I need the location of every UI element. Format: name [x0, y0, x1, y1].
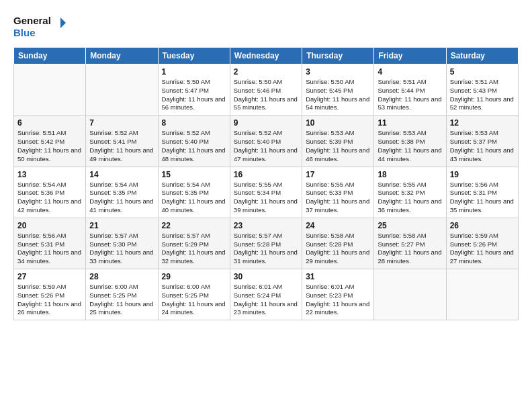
calendar-table: SundayMondayTuesdayWednesdayThursdayFrid… — [13, 47, 519, 320]
calendar-week-row: 1Sunrise: 5:50 AM Sunset: 5:47 PM Daylig… — [14, 64, 519, 116]
day-info: Sunrise: 5:55 AM Sunset: 5:33 PM Dayligh… — [306, 181, 370, 215]
day-info: Sunrise: 5:50 AM Sunset: 5:46 PM Dayligh… — [234, 78, 298, 112]
calendar-cell: 5Sunrise: 5:51 AM Sunset: 5:43 PM Daylig… — [446, 64, 518, 116]
day-info: Sunrise: 5:57 AM Sunset: 5:30 PM Dayligh… — [89, 232, 154, 266]
day-number: 4 — [378, 67, 442, 77]
day-info: Sunrise: 5:53 AM Sunset: 5:37 PM Dayligh… — [450, 129, 515, 163]
logo-icon: General Blue — [13, 11, 67, 40]
day-number: 24 — [306, 221, 370, 230]
day-number: 9 — [234, 118, 298, 128]
header: General Blue — [13, 11, 519, 40]
day-number: 11 — [378, 118, 442, 128]
day-info: Sunrise: 5:51 AM Sunset: 5:44 PM Dayligh… — [378, 78, 442, 112]
calendar-cell: 15Sunrise: 5:54 AM Sunset: 5:35 PM Dayli… — [158, 167, 230, 218]
day-number: 14 — [89, 170, 154, 179]
calendar-cell — [14, 64, 86, 116]
page: General Blue SundayMondayTuesdayWednesda… — [0, 0, 532, 411]
day-info: Sunrise: 5:53 AM Sunset: 5:39 PM Dayligh… — [306, 129, 370, 163]
calendar-cell: 16Sunrise: 5:55 AM Sunset: 5:34 PM Dayli… — [230, 167, 302, 218]
day-info: Sunrise: 5:57 AM Sunset: 5:29 PM Dayligh… — [162, 232, 226, 266]
day-info: Sunrise: 5:57 AM Sunset: 5:28 PM Dayligh… — [234, 232, 298, 266]
day-number: 1 — [162, 67, 226, 77]
day-number: 17 — [306, 170, 370, 179]
day-number: 10 — [306, 118, 370, 128]
calendar-week-row: 27Sunrise: 5:59 AM Sunset: 5:26 PM Dayli… — [14, 269, 519, 320]
day-info: Sunrise: 5:52 AM Sunset: 5:40 PM Dayligh… — [162, 129, 226, 163]
calendar-cell: 8Sunrise: 5:52 AM Sunset: 5:40 PM Daylig… — [158, 116, 230, 167]
day-info: Sunrise: 6:00 AM Sunset: 5:25 PM Dayligh… — [89, 283, 154, 317]
calendar-cell: 17Sunrise: 5:55 AM Sunset: 5:33 PM Dayli… — [302, 167, 374, 218]
calendar-cell: 25Sunrise: 5:58 AM Sunset: 5:27 PM Dayli… — [374, 218, 446, 269]
day-info: Sunrise: 5:58 AM Sunset: 5:27 PM Dayligh… — [378, 232, 442, 266]
svg-text:General: General — [13, 15, 51, 26]
day-number: 16 — [234, 170, 298, 179]
calendar-cell: 1Sunrise: 5:50 AM Sunset: 5:47 PM Daylig… — [158, 64, 230, 116]
calendar-cell: 19Sunrise: 5:56 AM Sunset: 5:31 PM Dayli… — [446, 167, 518, 218]
day-number: 31 — [306, 272, 370, 281]
day-number: 25 — [378, 221, 442, 230]
calendar-cell: 14Sunrise: 5:54 AM Sunset: 5:35 PM Dayli… — [86, 167, 158, 218]
day-number: 5 — [450, 67, 515, 77]
calendar-cell: 23Sunrise: 5:57 AM Sunset: 5:28 PM Dayli… — [230, 218, 302, 269]
calendar-cell: 3Sunrise: 5:50 AM Sunset: 5:45 PM Daylig… — [302, 64, 374, 116]
day-number: 2 — [234, 67, 298, 77]
calendar-cell: 2Sunrise: 5:50 AM Sunset: 5:46 PM Daylig… — [230, 64, 302, 116]
weekday-header-friday: Friday — [374, 48, 446, 64]
calendar-cell: 18Sunrise: 5:55 AM Sunset: 5:32 PM Dayli… — [374, 167, 446, 218]
calendar-cell: 9Sunrise: 5:52 AM Sunset: 5:40 PM Daylig… — [230, 116, 302, 167]
day-number: 6 — [17, 118, 82, 128]
weekday-header-sunday: Sunday — [14, 48, 86, 64]
calendar-cell: 31Sunrise: 6:01 AM Sunset: 5:23 PM Dayli… — [302, 269, 374, 320]
day-info: Sunrise: 5:55 AM Sunset: 5:32 PM Dayligh… — [378, 181, 442, 215]
calendar-cell — [446, 269, 518, 320]
day-info: Sunrise: 5:59 AM Sunset: 5:26 PM Dayligh… — [17, 283, 82, 317]
calendar-cell: 29Sunrise: 6:00 AM Sunset: 5:25 PM Dayli… — [158, 269, 230, 320]
calendar-week-row: 13Sunrise: 5:54 AM Sunset: 5:36 PM Dayli… — [14, 167, 519, 218]
day-info: Sunrise: 5:50 AM Sunset: 5:45 PM Dayligh… — [306, 78, 370, 112]
day-info: Sunrise: 5:50 AM Sunset: 5:47 PM Dayligh… — [162, 78, 226, 112]
weekday-header-monday: Monday — [86, 48, 158, 64]
day-info: Sunrise: 5:56 AM Sunset: 5:31 PM Dayligh… — [17, 232, 82, 266]
calendar-week-row: 6Sunrise: 5:51 AM Sunset: 5:42 PM Daylig… — [14, 116, 519, 167]
day-info: Sunrise: 5:54 AM Sunset: 5:36 PM Dayligh… — [17, 181, 82, 215]
day-number: 22 — [162, 221, 226, 230]
day-number: 13 — [17, 170, 82, 179]
calendar-cell: 21Sunrise: 5:57 AM Sunset: 5:30 PM Dayli… — [86, 218, 158, 269]
weekday-header-wednesday: Wednesday — [230, 48, 302, 64]
day-info: Sunrise: 6:00 AM Sunset: 5:25 PM Dayligh… — [162, 283, 226, 317]
day-number: 18 — [378, 170, 442, 179]
calendar-cell: 30Sunrise: 6:01 AM Sunset: 5:24 PM Dayli… — [230, 269, 302, 320]
weekday-header-saturday: Saturday — [446, 48, 518, 64]
calendar-cell: 22Sunrise: 5:57 AM Sunset: 5:29 PM Dayli… — [158, 218, 230, 269]
day-info: Sunrise: 5:54 AM Sunset: 5:35 PM Dayligh… — [89, 181, 154, 215]
day-number: 15 — [162, 170, 226, 179]
calendar-cell — [86, 64, 158, 116]
calendar-cell: 11Sunrise: 5:53 AM Sunset: 5:38 PM Dayli… — [374, 116, 446, 167]
calendar-week-row: 20Sunrise: 5:56 AM Sunset: 5:31 PM Dayli… — [14, 218, 519, 269]
day-info: Sunrise: 5:51 AM Sunset: 5:42 PM Dayligh… — [17, 129, 82, 163]
weekday-header-row: SundayMondayTuesdayWednesdayThursdayFrid… — [14, 48, 519, 64]
day-info: Sunrise: 5:51 AM Sunset: 5:43 PM Dayligh… — [450, 78, 515, 112]
day-info: Sunrise: 5:59 AM Sunset: 5:26 PM Dayligh… — [450, 232, 515, 266]
calendar-cell: 28Sunrise: 6:00 AM Sunset: 5:25 PM Dayli… — [86, 269, 158, 320]
logo: General Blue — [13, 11, 67, 40]
day-number: 7 — [89, 118, 154, 128]
day-info: Sunrise: 5:56 AM Sunset: 5:31 PM Dayligh… — [450, 181, 515, 215]
weekday-header-thursday: Thursday — [302, 48, 374, 64]
day-number: 29 — [162, 272, 226, 281]
calendar-cell: 26Sunrise: 5:59 AM Sunset: 5:26 PM Dayli… — [446, 218, 518, 269]
weekday-header-tuesday: Tuesday — [158, 48, 230, 64]
day-info: Sunrise: 5:54 AM Sunset: 5:35 PM Dayligh… — [162, 181, 226, 215]
day-number: 26 — [450, 221, 515, 230]
calendar-cell — [374, 269, 446, 320]
day-info: Sunrise: 5:52 AM Sunset: 5:40 PM Dayligh… — [234, 129, 298, 163]
day-info: Sunrise: 6:01 AM Sunset: 5:23 PM Dayligh… — [306, 283, 370, 317]
day-info: Sunrise: 6:01 AM Sunset: 5:24 PM Dayligh… — [234, 283, 298, 317]
calendar-cell: 6Sunrise: 5:51 AM Sunset: 5:42 PM Daylig… — [14, 116, 86, 167]
day-number: 20 — [17, 221, 82, 230]
day-info: Sunrise: 5:58 AM Sunset: 5:28 PM Dayligh… — [306, 232, 370, 266]
svg-text:Blue: Blue — [13, 27, 36, 38]
calendar-cell: 4Sunrise: 5:51 AM Sunset: 5:44 PM Daylig… — [374, 64, 446, 116]
calendar-cell: 20Sunrise: 5:56 AM Sunset: 5:31 PM Dayli… — [14, 218, 86, 269]
svg-marker-2 — [60, 17, 66, 28]
